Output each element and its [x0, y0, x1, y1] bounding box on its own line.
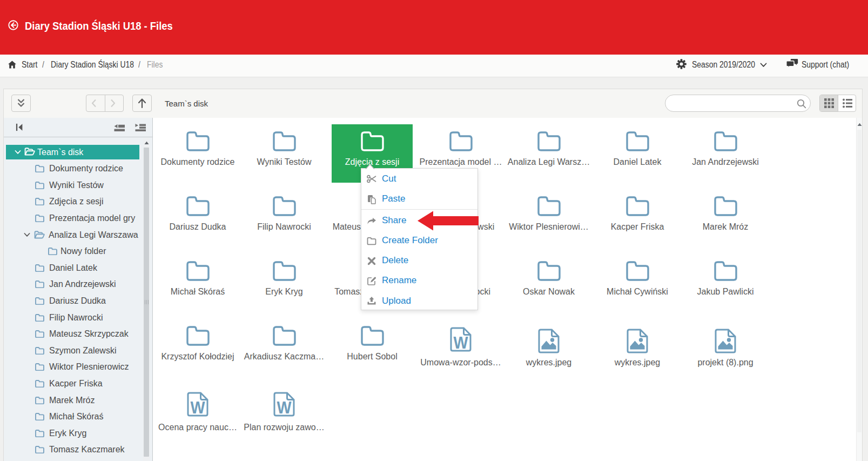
svg-text:W: W [454, 333, 469, 352]
svg-text:W: W [191, 398, 206, 417]
svg-text:W: W [277, 398, 292, 417]
